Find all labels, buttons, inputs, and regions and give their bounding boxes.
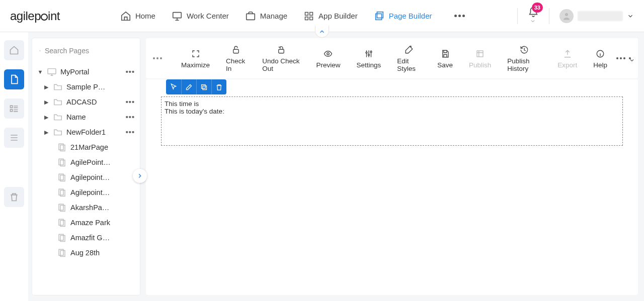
panel-collapse-toggle[interactable] [133, 169, 147, 183]
widget-text-line: This is today's date: [165, 108, 619, 115]
tool-label: Edit Styles [397, 57, 421, 72]
nav-label: Manage [260, 12, 287, 20]
tree-folder[interactable]: ▶ NewFolder1 ••• [32, 125, 140, 140]
user-name-label: Obscured [578, 11, 623, 21]
svg-rect-4 [305, 17, 308, 20]
nav-work-center[interactable]: Work Center [172, 11, 229, 22]
search-row [32, 38, 140, 62]
pages-panel: ▼ MyPortal ••• ▶ Sample P… ▶ ADCASD ••• [32, 38, 140, 295]
notifications-button[interactable]: 33 [528, 7, 539, 26]
rail-menus[interactable] [4, 128, 24, 148]
tree-page[interactable]: AgilePoint… [32, 155, 140, 170]
text-widget[interactable]: This time is This is today's date: [161, 96, 623, 146]
tool-label: Publish [469, 61, 491, 69]
home-icon [120, 11, 131, 22]
caret-right-icon: ▶ [43, 84, 49, 90]
svg-point-31 [327, 52, 330, 55]
tool-edit-styles[interactable]: Edit Styles [390, 42, 428, 74]
tool-export: Export [550, 46, 584, 71]
tool-check-in[interactable]: Check In [219, 42, 253, 74]
svg-rect-30 [279, 49, 284, 53]
list-icon [9, 104, 19, 114]
tree-label: NewFolder1 [66, 128, 122, 136]
canvas[interactable]: This time is This is today's date: [146, 79, 638, 295]
tool-publish-history[interactable]: Publish History [500, 42, 548, 74]
svg-rect-3 [310, 12, 313, 15]
portal-icon [46, 67, 57, 76]
tree-folder[interactable]: ▶ ADCASD ••• [32, 94, 140, 110]
tree-label: ADCASD [66, 98, 122, 106]
tree-page[interactable]: AkarshPa… [32, 200, 140, 215]
nav-more-menu[interactable] [454, 15, 465, 17]
svg-rect-29 [233, 49, 239, 53]
briefcase-icon [245, 11, 256, 22]
row-more-menu[interactable]: ••• [125, 128, 136, 136]
nav-page-builder[interactable]: Page Builder [374, 11, 432, 22]
rail-pages[interactable] [4, 69, 24, 89]
row-more-menu[interactable]: ••• [125, 98, 136, 106]
widget-duplicate-button[interactable] [196, 79, 211, 94]
chevron-down-icon [627, 13, 634, 20]
svg-rect-2 [305, 12, 308, 15]
nav-label: Home [135, 12, 155, 20]
svg-rect-1 [247, 14, 255, 20]
tree-page[interactable]: Agilepoint… [32, 185, 140, 200]
tree-folder[interactable]: ▶ Sample P… [32, 79, 140, 94]
tool-label: Settings [356, 61, 381, 69]
search-icon [39, 46, 41, 55]
svg-point-8 [565, 13, 568, 16]
tree-root[interactable]: ▼ MyPortal ••• [32, 64, 140, 79]
user-menu[interactable]: Obscured [559, 9, 634, 23]
tool-maximize[interactable]: Maximize [174, 46, 217, 71]
pencil-icon [185, 83, 193, 91]
rail-components[interactable] [4, 98, 24, 119]
widget-select-button[interactable] [166, 79, 181, 94]
tree-page[interactable]: Agilepoint… [32, 170, 140, 185]
svg-point-11 [40, 50, 41, 51]
svg-rect-38 [203, 86, 207, 90]
tree-page[interactable]: Amazfit G… [32, 230, 140, 245]
nav-label: Work Center [187, 12, 229, 20]
tool-preview[interactable]: Preview [309, 46, 347, 71]
row-more-menu[interactable]: ••• [125, 68, 136, 76]
tree-label: AgilePoint… [70, 158, 136, 166]
page-file-icon [56, 143, 67, 152]
rail-trash[interactable] [4, 187, 24, 207]
brush-icon [405, 44, 414, 55]
history-icon [520, 44, 529, 55]
svg-rect-5 [310, 17, 313, 20]
toolbar-right-more[interactable] [616, 57, 631, 59]
svg-rect-37 [202, 84, 206, 88]
svg-point-33 [368, 54, 369, 55]
widget-edit-button[interactable] [181, 79, 196, 94]
row-more-menu[interactable]: ••• [125, 113, 136, 121]
tree-label: Sample P… [66, 83, 136, 91]
lock-undo-icon [277, 44, 286, 55]
caret-right-icon: ▶ [43, 114, 49, 121]
lines-icon [9, 133, 19, 143]
chevron-down-icon [629, 57, 631, 59]
lock-open-icon [231, 44, 240, 55]
editor-toolbar: Maximize Check In Undo Check Out Preview… [146, 38, 638, 78]
nav-manage[interactable]: Manage [245, 11, 287, 22]
tree-folder[interactable]: ▶ Name ••• [32, 110, 140, 125]
tree-page[interactable]: Aug 28th [32, 245, 140, 260]
nav-home[interactable]: Home [120, 11, 155, 22]
widget-delete-button[interactable] [211, 79, 226, 94]
tool-settings[interactable]: Settings [349, 46, 388, 71]
tree-page[interactable]: 21MarPage [32, 140, 140, 155]
tool-label: Check In [226, 57, 246, 72]
toolbar-left-more[interactable] [153, 57, 162, 59]
page-file-icon [56, 203, 67, 212]
tree-page[interactable]: Amaze Park [32, 215, 140, 230]
tool-help[interactable]: Help [586, 46, 614, 71]
monitor-icon [172, 11, 183, 22]
tool-save[interactable]: Save [430, 46, 460, 71]
tree-label: 21MarPage [70, 143, 136, 151]
eye-icon [323, 48, 333, 59]
tool-undo-check-out[interactable]: Undo Check Out [255, 42, 307, 74]
nav-app-builder[interactable]: App Builder [303, 11, 358, 22]
search-input[interactable] [45, 47, 133, 55]
tree-label: Agilepoint… [70, 188, 136, 196]
rail-home[interactable] [4, 40, 24, 60]
